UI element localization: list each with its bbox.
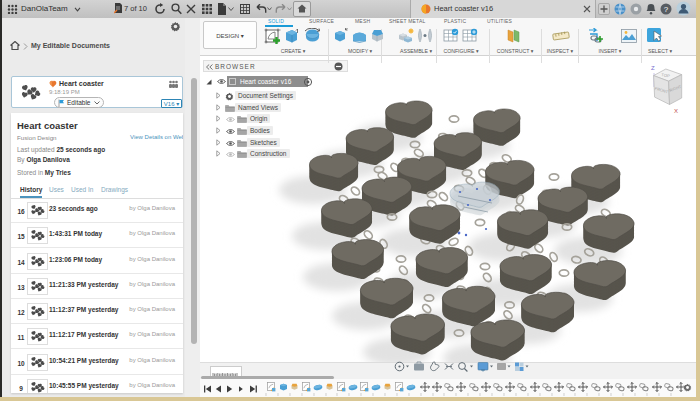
svg-text:?: ? [664, 5, 669, 14]
svg-text:Z: Z [651, 65, 655, 71]
svg-text:X: X [674, 108, 678, 114]
